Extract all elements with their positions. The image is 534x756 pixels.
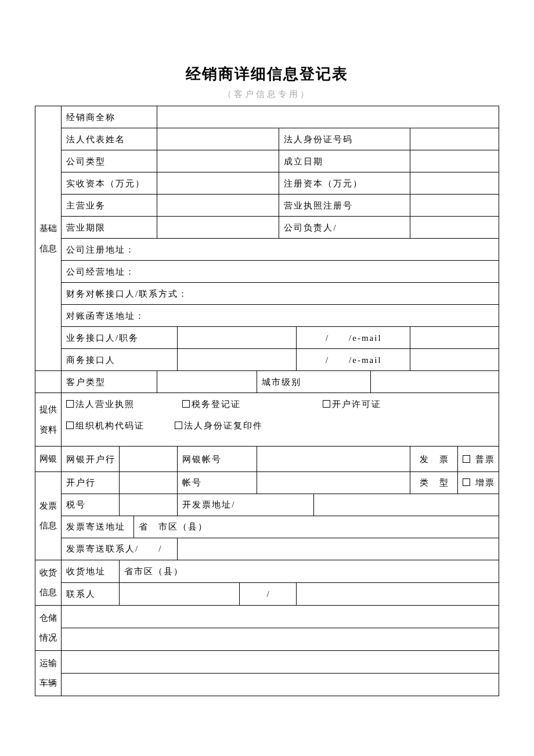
label-dealer-full: 经销商全称 bbox=[62, 106, 157, 128]
label-company-type: 公司类型 bbox=[62, 150, 157, 172]
field-ship-phone[interactable] bbox=[296, 582, 499, 605]
field-fin-contact[interactable]: 财务对帐接口人/联系方式： bbox=[62, 283, 499, 305]
label-ebank-acct: 网银帐号 bbox=[178, 447, 257, 472]
label-legal-rep: 法人代表姓名 bbox=[62, 128, 157, 150]
label-bank: 开户行 bbox=[62, 471, 120, 494]
label-found-date: 成立日期 bbox=[279, 150, 410, 172]
section-blank bbox=[35, 371, 62, 393]
section-transport: 运输车辆 bbox=[35, 650, 62, 696]
label-com-contact: 商务接口人 bbox=[62, 349, 178, 371]
section-shipping: 收货信息 bbox=[35, 560, 62, 605]
field-biz-term[interactable] bbox=[157, 217, 279, 239]
section-ebank: 网银 bbox=[35, 447, 62, 472]
field-head[interactable] bbox=[410, 217, 499, 239]
field-ship-addr[interactable]: 省市区（县） bbox=[120, 560, 499, 582]
label-city-level: 城市级别 bbox=[257, 371, 371, 393]
field-storage-1[interactable] bbox=[62, 605, 499, 628]
label-ebank-open: 网银开户行 bbox=[62, 447, 120, 472]
label-license-no: 营业执照注册号 bbox=[279, 195, 410, 217]
field-transport-2[interactable] bbox=[62, 673, 499, 696]
field-com-email[interactable] bbox=[410, 349, 499, 371]
label-cust-type: 客户类型 bbox=[62, 371, 157, 393]
field-inv-mail-addr[interactable]: 省 市区（县） bbox=[134, 516, 499, 538]
label-biz-term: 营业期限 bbox=[62, 217, 157, 239]
field-inv-mail-contact[interactable] bbox=[178, 538, 499, 560]
docs-row-2: 组织机构代码证 法人身份证复印件 bbox=[62, 415, 499, 447]
field-com-contact[interactable] bbox=[178, 349, 297, 371]
form-table: 基础信息 经销商全称 法人代表姓名 法人身份证号码 公司类型 成立日期 实收资本… bbox=[35, 106, 499, 696]
field-company-type[interactable] bbox=[157, 150, 279, 172]
label-ship-addr: 收货地址 bbox=[62, 560, 120, 582]
section-storage: 仓储情况 bbox=[35, 605, 62, 650]
label-acct: 帐号 bbox=[178, 471, 257, 494]
checkbox-license[interactable]: 法人营业执照 bbox=[66, 399, 135, 409]
label-biz-contact: 业务接口人/职务 bbox=[62, 327, 178, 349]
checkbox-idcopy[interactable]: 法人身份证复印件 bbox=[175, 421, 263, 430]
field-ebank-open[interactable] bbox=[120, 447, 178, 472]
label-tax-no: 税号 bbox=[62, 494, 120, 516]
label-head: 公司负责人/ bbox=[279, 217, 410, 239]
label-invoice-type-1: 发 票 bbox=[410, 447, 457, 472]
section-invoice: 发票信息 bbox=[35, 471, 62, 560]
label-main-biz: 主营业务 bbox=[62, 195, 157, 217]
field-ebank-acct[interactable] bbox=[257, 447, 410, 472]
field-statement-addr[interactable]: 对账函寄送地址： bbox=[62, 305, 499, 327]
field-bank[interactable] bbox=[120, 471, 178, 494]
field-found-date[interactable] bbox=[410, 150, 499, 172]
field-dealer-full[interactable] bbox=[157, 106, 499, 128]
field-op-addr[interactable]: 公司经营地址： bbox=[62, 261, 499, 283]
field-tax-no[interactable] bbox=[120, 494, 178, 516]
section-basic: 基础信息 bbox=[35, 106, 62, 371]
label-inv-addr: 开发票地址/ bbox=[178, 494, 313, 516]
checkbox-org[interactable]: 组织机构代码证 bbox=[66, 421, 145, 430]
field-acct[interactable] bbox=[257, 471, 410, 494]
checkbox-inv-normal[interactable]: 普票 bbox=[458, 447, 499, 472]
label-inv-mail-contact: 发票寄送联系人/ / bbox=[62, 538, 178, 560]
field-ship-contact[interactable] bbox=[120, 582, 240, 605]
field-reg-capital[interactable] bbox=[410, 172, 499, 195]
field-biz-contact[interactable] bbox=[178, 327, 297, 349]
label-legal-id: 法人身份证号码 bbox=[279, 128, 410, 150]
docs-row-1: 法人营业执照 税务登记证 开户许可证 bbox=[62, 393, 499, 415]
label-biz-email: / /e-mail bbox=[296, 327, 410, 349]
checkbox-permit[interactable]: 开户许可证 bbox=[323, 399, 381, 409]
checkbox-tax[interactable]: 税务登记证 bbox=[182, 399, 241, 409]
field-inv-addr[interactable] bbox=[313, 494, 499, 516]
label-ship-contact: 联系人 bbox=[62, 582, 120, 605]
field-storage-2[interactable] bbox=[62, 628, 499, 650]
field-paid-capital[interactable] bbox=[157, 172, 279, 195]
field-city-level[interactable] bbox=[371, 371, 499, 393]
field-cust-type[interactable] bbox=[157, 371, 257, 393]
label-invoice-type-2: 类 型 bbox=[410, 471, 457, 494]
label-reg-capital: 注册资本（万元） bbox=[279, 172, 410, 195]
field-legal-id[interactable] bbox=[410, 128, 499, 150]
label-inv-mail-addr: 发票寄送地址 bbox=[62, 516, 134, 538]
field-transport-1[interactable] bbox=[62, 650, 499, 673]
field-reg-addr[interactable]: 公司注册地址： bbox=[62, 239, 499, 261]
page-title: 经销商详细信息登记表 bbox=[35, 64, 499, 84]
page-subtitle: （客户信息专用） bbox=[35, 89, 499, 100]
field-main-biz[interactable] bbox=[157, 195, 279, 217]
section-documents: 提供资料 bbox=[35, 393, 62, 447]
field-legal-rep[interactable] bbox=[157, 128, 279, 150]
label-ship-slash: / bbox=[240, 582, 297, 605]
label-com-email: / /e-mail bbox=[296, 349, 410, 371]
label-paid-capital: 实收资本（万元） bbox=[62, 172, 157, 195]
field-biz-email[interactable] bbox=[410, 327, 499, 349]
checkbox-inv-vat[interactable]: 增票 bbox=[458, 471, 499, 494]
field-license-no[interactable] bbox=[410, 195, 499, 217]
